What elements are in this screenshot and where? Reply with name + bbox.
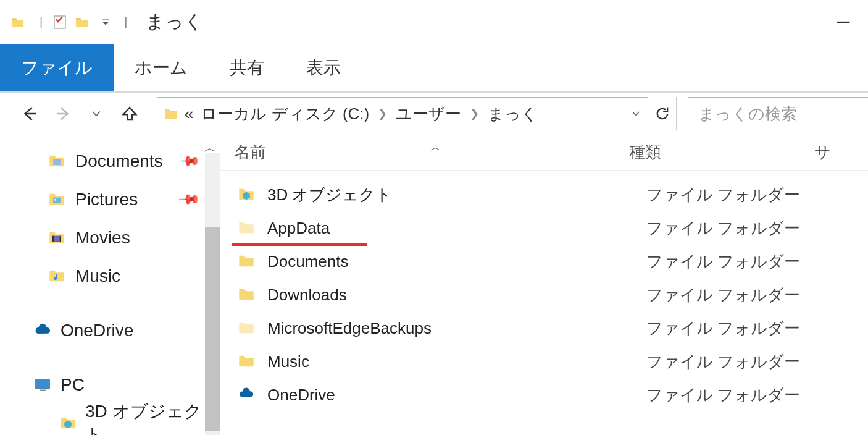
file-name: MicrosoftEdgeBackups [267,319,646,338]
back-button[interactable] [17,101,42,126]
titlebar-separator-2: | [124,15,127,29]
svg-rect-11 [36,379,50,389]
window-folder-icon [11,15,25,29]
file-row-downloads[interactable]: Downloads ファイル フォルダー [220,278,868,311]
file-name: AppData [267,219,646,238]
breadcrumb-bar[interactable]: « ローカル ディスク (C:) ❯ ユーザー ❯ まっく [157,97,648,130]
main-area: ︿ Documents 📌 Pictures 📌 [0,135,868,435]
sidebar-item-3d-objects[interactable]: 3D オブジェクト [0,404,210,435]
file-row-appdata[interactable]: AppData ファイル フォルダー [220,211,868,245]
onedrive-icon [33,321,52,340]
svg-point-7 [54,199,56,201]
folder-icon [238,319,256,337]
svg-rect-5 [53,159,61,165]
svg-rect-13 [40,390,46,392]
breadcrumb-part-2[interactable]: まっく [488,103,538,125]
file-name: Music [267,352,646,371]
file-name: 3D オブジェクト [267,184,646,206]
sidebar-scrollbar-thumb[interactable] [205,227,220,431]
qat-customize-dropdown[interactable] [98,15,113,30]
breadcrumb-part-1[interactable]: ユーザー [396,103,461,125]
file-row-microsoftedgebackups[interactable]: MicrosoftEdgeBackups ファイル フォルダー [220,311,868,345]
sidebar-item-documents[interactable]: Documents 📌 [0,142,210,180]
file-type: ファイル フォルダー [646,184,832,206]
3d-objects-folder-icon [238,185,256,204]
recent-dropdown[interactable] [84,101,109,126]
tab-home[interactable]: ホーム [114,44,209,91]
sidebar-item-onedrive[interactable]: OneDrive [0,311,210,350]
sidebar-item-music[interactable]: Music [0,257,210,295]
svg-rect-10 [60,236,61,242]
file-list-panel: ︿ 名前 種類 サ 3D オブジェクト ファイル フォルダー AppData フ… [220,135,868,435]
pin-icon: 📌 [178,150,201,172]
sidebar-item-label: Documents [75,151,163,171]
pin-icon: 📌 [178,188,201,211]
movies-library-icon [48,229,67,247]
tab-share[interactable]: 共有 [209,44,285,91]
sidebar: ︿ Documents 📌 Pictures 📌 [0,135,220,435]
sidebar-item-movies[interactable]: Movies [0,219,210,257]
titlebar: | | まっく [0,0,868,44]
column-header-type[interactable]: 種類 [629,141,814,163]
sidebar-item-label: 3D オブジェクト [85,400,210,435]
documents-library-icon [48,152,67,171]
search-placeholder: まっくの検索 [698,103,797,125]
folder-icon [238,352,256,371]
file-name: Downloads [267,285,646,305]
file-row-3d-objects[interactable]: 3D オブジェクト ファイル フォルダー [220,178,868,211]
titlebar-separator: | [40,15,43,29]
file-type: ファイル フォルダー [646,318,832,339]
breadcrumb-folder-icon [164,106,178,121]
qat-properties-icon[interactable] [52,15,67,30]
3d-objects-folder-icon [59,414,77,433]
sidebar-item-pc[interactable]: PC [0,366,210,404]
tab-view[interactable]: 表示 [285,44,362,91]
music-library-icon [48,267,67,285]
file-row-documents[interactable]: Documents ファイル フォルダー [220,245,868,278]
navigation-row: « ローカル ディスク (C:) ❯ ユーザー ❯ まっく まっくの検索 [0,93,868,135]
svg-rect-1 [102,19,109,20]
chevron-right-icon[interactable]: ❯ [470,107,479,120]
ribbon-tabs: ファイル ホーム 共有 表示 [0,44,868,93]
svg-rect-2 [837,21,850,22]
sidebar-item-label: PC [61,375,85,395]
sidebar-item-label: Pictures [75,190,138,209]
file-type: ファイル フォルダー [646,218,832,239]
forward-button[interactable] [51,101,75,126]
sidebar-item-label: OneDrive [61,321,133,340]
pictures-library-icon [48,190,67,209]
folder-icon [238,252,256,271]
file-row-music[interactable]: Music ファイル フォルダー [220,345,868,378]
file-name: OneDrive [267,386,646,405]
sidebar-item-label: Music [75,266,120,286]
sidebar-item-label: Movies [75,228,130,248]
minimize-button[interactable] [825,10,862,35]
breadcrumb-part-0[interactable]: ローカル ディスク (C:) [201,103,369,125]
file-type: ファイル フォルダー [646,351,832,373]
breadcrumb-prefix: « [185,104,193,124]
window-title: まっく [146,9,203,35]
breadcrumb-dropdown[interactable] [630,108,641,119]
up-button[interactable] [117,101,142,126]
column-sort-indicator-icon: ︿ [430,140,441,154]
svg-rect-0 [54,16,65,28]
folder-icon [238,219,256,237]
svg-rect-6 [53,198,61,203]
file-row-onedrive[interactable]: OneDrive ファイル フォルダー [220,378,868,412]
file-name: Documents [267,252,646,271]
qat-newfolder-icon[interactable] [75,15,90,30]
file-type: ファイル フォルダー [646,384,832,406]
pc-icon [33,376,52,394]
column-header-partial[interactable]: サ [814,141,831,163]
file-type: ファイル フォルダー [646,284,832,306]
onedrive-icon [238,386,256,404]
file-list: 3D オブジェクト ファイル フォルダー AppData ファイル フォルダー … [220,171,868,412]
tab-file[interactable]: ファイル [0,44,114,91]
refresh-button[interactable] [648,97,677,130]
folder-icon [238,285,256,304]
file-type: ファイル フォルダー [646,251,832,272]
sidebar-item-pictures[interactable]: Pictures 📌 [0,180,210,219]
column-headers: 名前 種類 サ [220,135,868,171]
search-input[interactable]: まっくの検索 [688,97,868,130]
chevron-right-icon[interactable]: ❯ [378,107,387,120]
